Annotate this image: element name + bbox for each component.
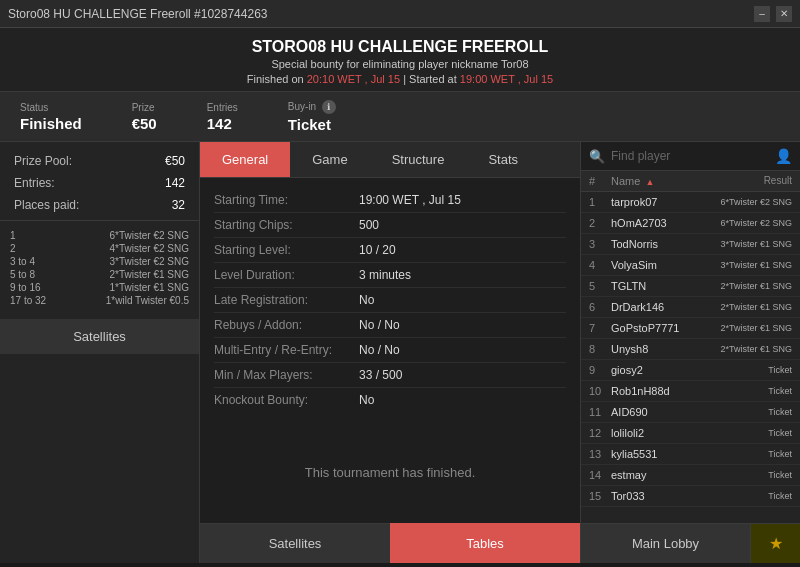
general-row: Multi-Entry / Re-Entry:No / No [214,338,566,363]
player-result: 3*Twister €1 SNG [712,239,792,249]
started-prefix: Started at [409,73,457,85]
prize-value: 2*Twister €1 SNG [110,269,189,280]
satellites-bottom-button[interactable]: Satellites [0,319,199,354]
general-row: Starting Time:19:00 WET , Jul 15 [214,188,566,213]
status-value: Finished [20,115,82,132]
list-item[interactable]: 7GoPstoP77712*Twister €1 SNG [581,318,800,339]
player-num: 4 [589,259,611,271]
main-lobby-button[interactable]: Main Lobby [581,524,750,563]
general-row: Min / Max Players:33 / 500 [214,363,566,388]
minimize-button[interactable]: – [754,6,770,22]
prize-place: 5 to 8 [10,269,35,280]
general-content: Starting Time:19:00 WET , Jul 15Starting… [200,178,580,422]
satellites-button[interactable]: Satellites [200,523,390,563]
gen-value: No / No [359,343,400,357]
list-item[interactable]: 3TodNorris3*Twister €1 SNG [581,234,800,255]
list-item[interactable]: 14estmayTicket [581,465,800,486]
tournament-title: STORO08 HU CHALLENGE FREEROLL [0,38,800,56]
gen-label: Knockout Bounty: [214,393,359,407]
list-item[interactable]: 12loliloli2Ticket [581,423,800,444]
prize-row: 17 to 321*wild Twister €0.5 [10,294,189,307]
player-num: 15 [589,490,611,502]
search-input[interactable] [611,149,769,163]
player-result: Ticket [712,491,792,501]
list-item[interactable]: 10Rob1nH88dTicket [581,381,800,402]
center-panel: GeneralGameStructureStats Starting Time:… [200,142,580,563]
search-bar: 🔍 👤 [581,142,800,171]
list-item[interactable]: 13kylia5531Ticket [581,444,800,465]
list-item[interactable]: 6DrDark1462*Twister €1 SNG [581,297,800,318]
favorite-button[interactable]: ★ [750,524,800,563]
tab-bar: GeneralGameStructureStats [200,142,580,178]
gen-value: 500 [359,218,379,232]
prize-pool-value: €50 [165,154,185,168]
player-name: GoPstoP7771 [611,322,712,334]
player-num: 3 [589,238,611,250]
player-num: 5 [589,280,611,292]
places-paid-row: Places paid: 32 [0,194,199,216]
player-name: TGLTN [611,280,712,292]
places-paid-label: Places paid: [14,198,79,212]
gen-value: 19:00 WET , Jul 15 [359,193,461,207]
list-item[interactable]: 1tarprok076*Twister €2 SNG [581,192,800,213]
prize-label: Prize [132,102,157,113]
entries-value: 142 [207,115,238,132]
col-header-name: Name ▲ [611,175,712,187]
prize-place: 3 to 4 [10,256,35,267]
finished-prefix: Finished on [247,73,304,85]
prize-pool-label: Prize Pool: [14,154,72,168]
player-result: 6*Twister €2 SNG [712,197,792,207]
list-item[interactable]: 9giosy2Ticket [581,360,800,381]
title-bar-controls: – ✕ [754,6,792,22]
gen-label: Late Registration: [214,293,359,307]
list-item[interactable]: 8Unysh82*Twister €1 SNG [581,339,800,360]
title-bar-text: Storo08 HU CHALLENGE Freeroll #102874426… [8,7,267,21]
prize-row: 9 to 161*Twister €1 SNG [10,281,189,294]
player-num: 9 [589,364,611,376]
buyin-value: Ticket [288,116,336,133]
player-name: loliloli2 [611,427,712,439]
list-item[interactable]: 4VolyaSim3*Twister €1 SNG [581,255,800,276]
tables-button[interactable]: Tables [390,523,580,563]
general-row: Starting Level:10 / 20 [214,238,566,263]
list-item[interactable]: 15Tor033Ticket [581,486,800,507]
list-item[interactable]: 11AID690Ticket [581,402,800,423]
prize-table: 16*Twister €2 SNG24*Twister €2 SNG3 to 4… [0,225,199,311]
gen-value: 10 / 20 [359,243,396,257]
player-name: TodNorris [611,238,712,250]
player-result: Ticket [712,449,792,459]
gen-label: Rebuys / Addon: [214,318,359,332]
main-content: Prize Pool: €50 Entries: 142 Places paid… [0,142,800,563]
right-panel: 🔍 👤 # Name ▲ Result 1tarprok076*Twister … [580,142,800,563]
player-name: Rob1nH88d [611,385,712,397]
player-num: 1 [589,196,611,208]
player-name: kylia5531 [611,448,712,460]
tab-structure[interactable]: Structure [370,142,467,177]
started-date: 19:00 WET , Jul 15 [460,73,553,85]
prize-pool-row: Prize Pool: €50 [0,150,199,172]
prize-value: 6*Twister €2 SNG [110,230,189,241]
list-item[interactable]: 2hOmA27036*Twister €2 SNG [581,213,800,234]
tab-general[interactable]: General [200,142,290,177]
player-num: 13 [589,448,611,460]
prize-row: 3 to 43*Twister €2 SNG [10,255,189,268]
close-button[interactable]: ✕ [776,6,792,22]
gen-value: 3 minutes [359,268,411,282]
player-name: giosy2 [611,364,712,376]
tournament-header: STORO08 HU CHALLENGE FREEROLL Special bo… [0,28,800,91]
player-result: 2*Twister €1 SNG [712,281,792,291]
player-name: Tor033 [611,490,712,502]
tab-stats[interactable]: Stats [466,142,540,177]
gen-label: Multi-Entry / Re-Entry: [214,343,359,357]
tab-game[interactable]: Game [290,142,369,177]
player-result: Ticket [712,470,792,480]
prize-row: 5 to 82*Twister €1 SNG [10,268,189,281]
prize-value: 1*wild Twister €0.5 [106,295,189,306]
finished-date: 20:10 WET , Jul 15 [307,73,400,85]
entries-label: Entries: [14,176,55,190]
player-num: 2 [589,217,611,229]
prize-place: 9 to 16 [10,282,41,293]
stat-entries: Entries 142 [207,102,238,132]
list-item[interactable]: 5TGLTN2*Twister €1 SNG [581,276,800,297]
buyin-info-icon[interactable]: ℹ [322,100,336,114]
